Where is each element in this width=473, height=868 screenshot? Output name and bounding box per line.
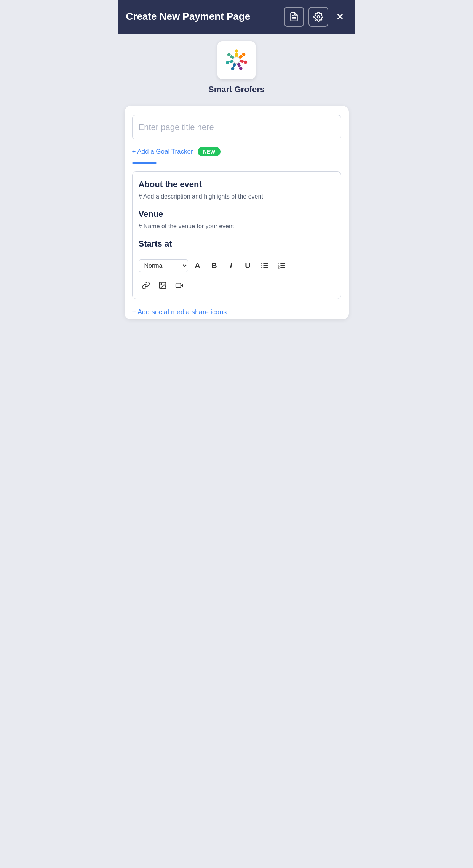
underline-button[interactable]: U — [241, 258, 255, 273]
numbered-list-button[interactable]: 1. 2. 3. — [274, 258, 289, 273]
italic-button[interactable]: I — [224, 258, 238, 273]
svg-point-23 — [261, 267, 262, 268]
add-social-link[interactable]: + Add social media share icons — [132, 299, 341, 319]
venue-heading: Venue — [139, 209, 335, 219]
svg-point-22 — [261, 265, 262, 266]
text-color-button[interactable]: A — [190, 258, 205, 273]
svg-point-2 — [317, 16, 320, 18]
bold-button[interactable]: B — [207, 258, 222, 273]
logo-card — [217, 41, 256, 79]
settings-button[interactable] — [308, 7, 328, 27]
svg-point-21 — [261, 263, 262, 264]
page-title-input[interactable] — [132, 115, 341, 139]
page-title: Create New Payment Page — [126, 11, 280, 22]
gear-icon — [313, 12, 323, 22]
toolbar-row-2 — [139, 278, 335, 293]
svg-rect-8 — [240, 59, 244, 63]
about-placeholder: # Add a description and highlights of th… — [139, 193, 335, 200]
svg-point-7 — [244, 60, 248, 64]
add-goal-tracker-link[interactable]: + Add a Goal Tracker — [132, 148, 193, 155]
svg-rect-6 — [238, 54, 243, 59]
bullet-list-button[interactable] — [257, 258, 272, 273]
image-icon — [158, 281, 167, 290]
accent-divider — [132, 162, 157, 164]
editor-toolbar: Normal Heading 1 Heading 2 Heading 3 A B — [139, 253, 335, 299]
logo-section: Smart Grofers — [125, 41, 349, 106]
goal-tracker-row: + Add a Goal Tracker NEW — [132, 147, 341, 156]
venue-placeholder: # Name of the venue for your event — [139, 223, 335, 230]
image-button[interactable] — [155, 278, 170, 293]
link-icon — [142, 281, 150, 290]
link-button[interactable] — [139, 278, 153, 293]
svg-rect-16 — [230, 55, 235, 59]
video-icon — [175, 281, 184, 290]
toolbar-row-1: Normal Heading 1 Heading 2 Heading 3 A B — [139, 258, 335, 273]
brand-logo — [223, 47, 250, 74]
doc-button[interactable] — [284, 7, 304, 27]
content-area: Smart Grofers + Add a Goal Tracker NEW A… — [118, 34, 355, 335]
bullet-list-icon — [260, 261, 269, 270]
close-button[interactable]: ✕ — [333, 10, 347, 23]
brand-name: Smart Grofers — [208, 85, 265, 94]
bold-icon: B — [211, 261, 217, 270]
svg-point-13 — [225, 61, 230, 65]
underline-icon: U — [245, 261, 250, 270]
starts-heading: Starts at — [139, 239, 335, 249]
doc-icon — [289, 12, 299, 22]
about-heading: About the event — [139, 179, 335, 189]
main-card: + Add a Goal Tracker NEW About the event… — [125, 106, 349, 319]
svg-point-31 — [161, 283, 162, 285]
svg-point-3 — [235, 49, 238, 53]
format-select[interactable]: Normal Heading 1 Heading 2 Heading 3 — [139, 259, 188, 272]
numbered-list-icon: 1. 2. 3. — [277, 261, 286, 270]
video-button[interactable] — [172, 278, 187, 293]
event-content-box: About the event # Add a description and … — [132, 171, 341, 299]
header: Create New Payment Page ✕ — [118, 0, 355, 34]
svg-text:3.: 3. — [278, 267, 280, 269]
svg-rect-32 — [176, 283, 181, 288]
svg-rect-4 — [235, 53, 238, 57]
svg-point-11 — [230, 67, 235, 71]
new-badge: NEW — [198, 147, 221, 156]
svg-point-17 — [233, 57, 240, 64]
italic-icon: I — [230, 261, 232, 270]
text-color-icon: A — [195, 261, 200, 270]
